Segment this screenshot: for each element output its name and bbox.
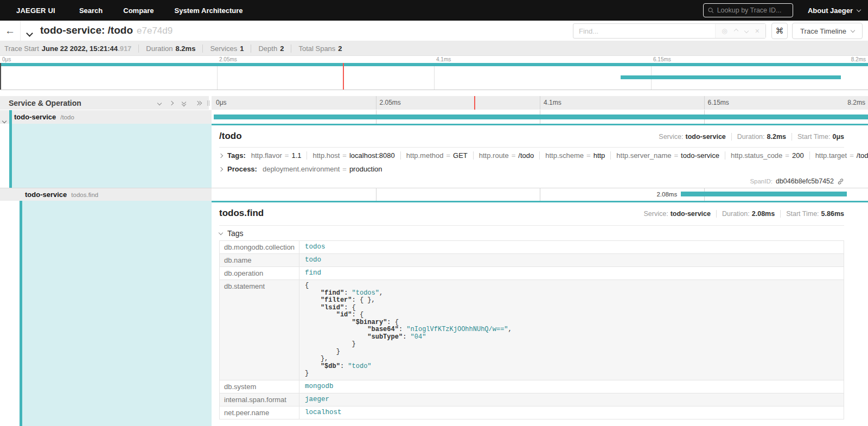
- back-button[interactable]: ←: [0, 21, 21, 41]
- chevron-right-icon[interactable]: [219, 168, 222, 171]
- tags-section-toggle[interactable]: Tags: [219, 229, 244, 238]
- expand-one-icon[interactable]: [170, 101, 173, 105]
- collapse-one-icon[interactable]: [158, 101, 161, 105]
- find-clear-icon[interactable]: ×: [755, 27, 760, 35]
- span-meta-item: Duration:2.08ms: [716, 210, 775, 218]
- summary-label: Services: [210, 44, 237, 53]
- span-meta-item: Service:todo-service: [659, 133, 726, 141]
- meta-label: Service:: [659, 133, 683, 141]
- timeline-ticks: 0μs2.05ms4.1ms6.15ms8.2ms: [212, 96, 868, 110]
- tag-key: http.target: [815, 151, 847, 160]
- app-brand[interactable]: JAEGER UI: [16, 7, 55, 15]
- nav-item[interactable]: Search: [79, 7, 103, 15]
- minimap-tick-label: 2.05ms: [219, 56, 237, 62]
- jaeger-trace-page: JAEGER UI SearchCompareSystem Architectu…: [0, 0, 868, 426]
- tags-accordion-label[interactable]: Tags:: [227, 151, 246, 160]
- trace-view-selector[interactable]: Trace Timeline: [792, 23, 863, 39]
- tag-row: net.peer.namelocalhost: [220, 406, 844, 419]
- span-row-name-todos-find[interactable]: todo-servicetodos.find: [0, 188, 212, 201]
- main-nav: SearchCompareSystem Architecture: [79, 7, 243, 15]
- meta-label: Start Time:: [797, 133, 830, 141]
- chevron-down-icon: [851, 28, 855, 33]
- meta-label: Duration:: [737, 133, 765, 141]
- collapse-trace-chevron[interactable]: [27, 28, 32, 38]
- nav-item[interactable]: System Architecture: [175, 7, 243, 15]
- chevron-right-icon[interactable]: [219, 154, 222, 157]
- expand-all-icon[interactable]: [196, 100, 202, 106]
- equals-sign: =: [586, 151, 591, 160]
- about-jaeger-menu[interactable]: About Jaeger: [808, 0, 860, 21]
- minimap-tick-label: 4.1ms: [436, 56, 451, 62]
- process-accordion-label[interactable]: Process:: [227, 165, 257, 173]
- minimap-child-span-bar: [621, 75, 841, 79]
- tag-summary-item: http.route=/todo: [473, 151, 534, 160]
- span-bar-todo[interactable]: [214, 115, 868, 119]
- tag-summary-item: http.host=localhost:8080: [307, 151, 394, 160]
- trace-title: todo-service: /todo: [40, 24, 133, 36]
- command-icon: ⌘: [776, 26, 784, 36]
- find-reset-icon[interactable]: ◎: [722, 27, 727, 35]
- summary-label: Depth: [258, 44, 277, 53]
- tags-table: db.mongodb.collectiontodosdb.nametododb.…: [219, 240, 844, 419]
- tag-row: db.statement{ "find": "todos", "filter":…: [220, 280, 844, 380]
- minimap-cursor-line: [343, 63, 344, 90]
- keyboard-shortcuts-button[interactable]: ⌘: [771, 23, 788, 39]
- chevron-down-icon: [219, 231, 223, 235]
- divider: [219, 225, 844, 226]
- span-duration-label: 2.08ms: [656, 191, 677, 198]
- tag-value: 200: [792, 151, 804, 160]
- timeline-cursor-line: [474, 96, 475, 110]
- timeline-tick-label: 0μs: [216, 99, 227, 106]
- span-meta-todos-find: Service:todo-serviceDuration:2.08msStart…: [644, 210, 844, 218]
- trace-lookup-input[interactable]: [717, 7, 788, 14]
- top-nav: JAEGER UI SearchCompareSystem Architectu…: [0, 0, 868, 21]
- find-input[interactable]: [573, 27, 715, 35]
- span-id-label: SpanID:: [750, 178, 773, 185]
- span1-tags-list: http.flavor=1.1http.host=localhost:8080h…: [251, 151, 868, 160]
- span-operation-name: /todo: [60, 114, 74, 120]
- summary-value: 2: [338, 44, 342, 53]
- tag-summary-item: deployment.environment=production: [263, 165, 382, 173]
- tags-accordion: Tags: http.flavor=1.1http.host=localhost…: [219, 151, 868, 160]
- equals-sign: =: [285, 151, 289, 160]
- timeline-header: Service & Operation 0μs2.05ms4.1ms6.15ms…: [0, 96, 868, 110]
- equals-sign: =: [850, 151, 854, 160]
- minimap-range-handle[interactable]: [0, 63, 1, 90]
- equals-sign: =: [785, 151, 789, 160]
- span-row-name-todo[interactable]: todo-service/todo: [0, 110, 212, 124]
- link-icon[interactable]: [837, 178, 844, 185]
- meta-value: todo-service: [685, 133, 725, 141]
- minimap-tick-label: 6.15ms: [653, 56, 671, 62]
- tree-controls: [158, 100, 202, 106]
- tag-summary-item: http.scheme=http: [539, 151, 605, 160]
- meta-label: Duration:: [722, 210, 750, 218]
- tag-key: http.method: [406, 151, 444, 160]
- tag-row-value: find: [299, 267, 844, 280]
- trace-summary: Trace StartJune 22 2022, 15:21:44.917Dur…: [0, 41, 868, 56]
- find-next-icon[interactable]: [744, 29, 749, 33]
- minimap-canvas[interactable]: [0, 63, 868, 90]
- minimap-tick-label: 0μs: [2, 56, 11, 62]
- tag-row: db.operationfind: [220, 267, 844, 280]
- column-resizer-handle[interactable]: [207, 100, 209, 106]
- chevron-down-icon[interactable]: [3, 115, 6, 125]
- tag-summary-item: http.target=/todo: [809, 151, 868, 160]
- span-bar-todos-find[interactable]: [681, 192, 847, 196]
- tag-value: /todo: [518, 151, 534, 160]
- timeline-gridline: [540, 96, 540, 110]
- equals-sign: =: [342, 165, 347, 173]
- tag-row-value: todos: [299, 241, 844, 254]
- timeline-header-left: Service & Operation: [0, 96, 209, 110]
- tag-value: 1.1: [291, 151, 301, 160]
- find-prev-icon[interactable]: [734, 29, 738, 33]
- collapse-all-icon[interactable]: [182, 100, 187, 106]
- tag-row-value: mongodb: [299, 380, 844, 393]
- meta-value: 8.2ms: [767, 133, 786, 141]
- trace-lookup-box: [703, 3, 793, 17]
- nav-item[interactable]: Compare: [123, 7, 154, 15]
- tag-value: GET: [453, 151, 468, 160]
- minimap-gridline: [217, 63, 218, 90]
- chevron-down-icon: [857, 7, 861, 11]
- find-box: ◎ ×: [573, 23, 766, 39]
- timeline-tick-label: 4.1ms: [544, 99, 561, 106]
